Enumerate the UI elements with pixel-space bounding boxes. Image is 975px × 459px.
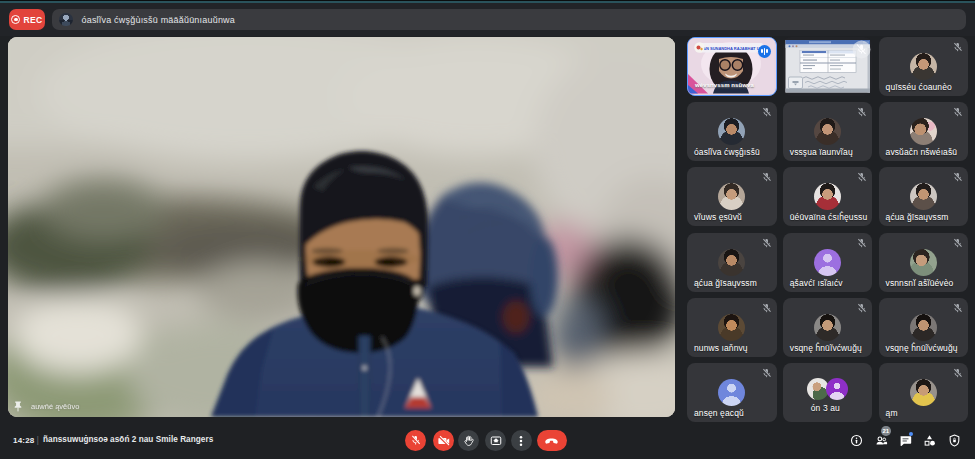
svg-text:ZUAN SUNANDHA RAJABHAT UNIV: ZUAN SUNANDHA RAJABHAT UNIV — [698, 46, 767, 51]
svg-text:wévsnvssm nsŭwva: wévsnvssm nsŭwva — [694, 82, 755, 88]
